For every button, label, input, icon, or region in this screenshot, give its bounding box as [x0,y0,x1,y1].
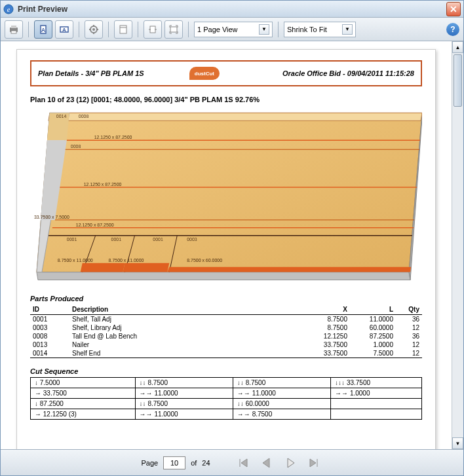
col-l: L [350,304,396,315]
page-input[interactable] [163,456,185,469]
scroll-up-button[interactable]: ▲ [452,41,463,53]
col-x: X [304,304,350,315]
toolbar: A A 1 Page View ▼ Shrink To Fit ▼ ? [1,18,463,41]
scroll-down-button[interactable]: ▼ [452,437,463,449]
zoom-select[interactable]: Shrink To Fit ▼ [284,22,356,37]
table-row: → 33.7500→→ 11.0000→→ 11.0000→→ 1.0000 [31,388,422,399]
content-area: Plan Details - 3/4" PB PLAM 1S dustCut O… [1,41,463,449]
table-row: → 12.1250 (3)→→ 11.0000→→ 8.7500 [31,409,422,420]
toolbar-divider [278,22,279,37]
footer: Page of 24 [1,449,463,475]
svg-rect-3 [11,26,16,28]
prev-page-button[interactable] [258,454,276,471]
svg-text:0003: 0003 [187,237,197,242]
portrait-button[interactable]: A [34,20,52,39]
table-row: 0013Nailer33.75001.000012 [30,340,422,349]
table-row: ↓ 7.5000↓↓ 8.7500↓↓ 8.7500↓↓↓ 33.7500 [31,378,422,388]
svg-text:12.1250 x 87.2500: 12.1250 x 87.2500 [76,223,114,227]
logo: dustCut [189,67,220,80]
print-button[interactable] [5,20,23,39]
svg-marker-35 [123,263,170,272]
table-row: 0014Shelf End33.75007.500012 [30,349,422,358]
svg-text:0008: 0008 [71,144,81,149]
cut-sequence-title: Cut Sequence [30,367,422,375]
svg-text:12.1250 x 87.2500: 12.1250 x 87.2500 [94,135,132,139]
header-footer-button[interactable] [114,20,132,39]
svg-marker-34 [81,263,125,272]
table-row: 0003Shelf, Library Adj8.750060.000012 [30,323,422,332]
svg-text:e: e [7,6,10,13]
zoom-label: Shrink To Fit [287,26,338,33]
svg-text:0014: 0014 [56,114,67,119]
header-left: Plan Details - 3/4" PB PLAM 1S [38,69,183,77]
logo-icon: dustCut [189,67,220,80]
svg-rect-17 [150,26,155,33]
table-row: 0001Shelf, Tall Adj8.750011.000036 [30,315,422,324]
titlebar: e Print Preview ✕ [1,1,463,18]
landscape-button[interactable]: A [55,20,73,39]
document-header: Plan Details - 3/4" PB PLAM 1S dustCut O… [30,60,422,86]
fit-width-button[interactable] [144,20,162,39]
svg-marker-36 [167,267,411,272]
cut-sequence-table: ↓ 7.5000↓↓ 8.7500↓↓ 8.7500↓↓↓ 33.7500→ 3… [30,377,422,420]
page-view-select[interactable]: 1 Page View ▼ [194,22,273,37]
chevron-down-icon: ▼ [342,24,353,35]
total-pages: 24 [202,459,210,467]
next-page-button[interactable] [281,454,300,471]
scroll-thumb[interactable] [454,54,462,107]
app-icon: e [3,4,14,14]
page-view-label: 1 Page View [197,26,255,33]
svg-text:0001: 0001 [67,237,77,242]
header-right: Oracle Office Bid - 09/04/2011 11:15:28 [226,69,414,77]
svg-text:8.7500 x 60.0000: 8.7500 x 60.0000 [187,258,222,263]
svg-text:0001: 0001 [111,237,122,242]
svg-text:0001: 0001 [153,237,163,242]
of-label: of [191,459,197,467]
vertical-scrollbar[interactable]: ▲ ▼ [452,41,463,449]
col-qty: Qty [396,304,422,315]
cut-diagram: 0014 0008 12.1250 x 87.2500 0008 12.1250… [30,109,422,285]
plan-info: Plan 10 of 23 (12) [0001; 48.0000, 96.00… [30,96,422,103]
table-row: 0008Tall End @ Lab Bench12.125087.250036 [30,332,422,340]
help-button[interactable]: ? [446,23,459,36]
first-page-button[interactable] [234,454,252,471]
col-id: ID [30,304,69,315]
close-button[interactable]: ✕ [446,2,461,16]
settings-button[interactable] [85,20,103,39]
svg-text:12.1250 x 87.2500: 12.1250 x 87.2500 [84,182,122,187]
toolbar-divider [28,22,29,37]
toolbar-divider [79,22,79,37]
col-desc: Description [69,304,304,315]
svg-text:A: A [62,27,66,33]
toolbar-divider [108,22,109,37]
page-scroll[interactable]: Plan Details - 3/4" PB PLAM 1S dustCut O… [1,41,452,449]
print-preview-window: e Print Preview ✕ A A 1 Pag [0,0,464,476]
parts-table: ID Description X L Qty 0001Shelf, Tall A… [30,304,422,358]
svg-text:33.7500 x 7.5000: 33.7500 x 7.5000 [34,215,69,219]
svg-rect-4 [11,31,16,33]
last-page-button[interactable] [305,454,323,471]
full-page-button[interactable] [164,20,183,39]
svg-text:A: A [41,27,46,33]
svg-text:8.7500 x 11.0000: 8.7500 x 11.0000 [109,258,144,263]
page-preview: Plan Details - 3/4" PB PLAM 1S dustCut O… [16,49,436,449]
scroll-track[interactable] [452,53,463,437]
svg-marker-22 [37,272,410,280]
svg-rect-20 [170,27,177,32]
svg-point-10 [92,28,95,31]
svg-rect-15 [120,26,126,33]
chevron-down-icon: ▼ [259,24,269,35]
page-label: Page [141,459,158,467]
table-row: ↓ 87.2500↓↓ 8.7500↓↓ 60.0000 [31,399,422,409]
window-title: Print Preview [18,5,446,14]
toolbar-divider [138,22,138,37]
svg-text:8.7500 x 11.0000: 8.7500 x 11.0000 [58,258,93,263]
svg-text:0008: 0008 [79,114,89,119]
parts-produced-title: Parts Produced [30,295,422,302]
toolbar-divider [188,22,189,37]
svg-marker-24 [48,113,422,120]
